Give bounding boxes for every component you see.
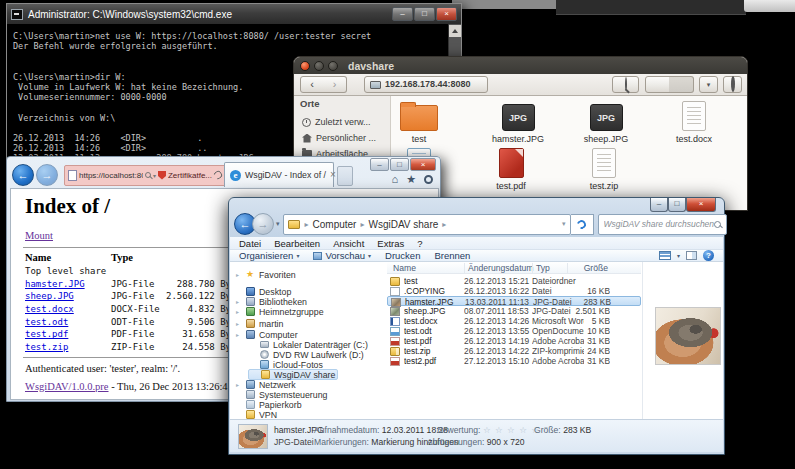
toolbar-organisieren-button[interactable]: Organisieren [239,250,299,261]
back-button[interactable] [300,76,324,93]
file-row-hamster.JPG[interactable]: hamster.JPG13.03.2011 11:13JPG-Datei283 … [387,296,641,306]
file-link[interactable]: test.zip [25,342,68,352]
toolbar-brennen-button[interactable]: Brennen [434,250,470,261]
favorites-icon[interactable] [406,173,416,186]
change-view-icon[interactable] [659,251,671,260]
close-button[interactable] [410,158,436,171]
footer: WsgiDAV/1.0.0.pre - Thu, 26 Dec 2013 13:… [25,381,259,392]
forward-button[interactable] [323,76,347,93]
size-label: Größe: [534,425,561,435]
minimize-button[interactable] [392,7,413,21]
tools-gear-icon[interactable] [424,175,433,184]
file-item-test.pdf[interactable]: test.pdf [471,148,551,191]
file-link[interactable]: hamster.JPG [25,279,85,289]
toolbar-drucken-button[interactable]: Drucken [385,250,420,261]
browser-tab[interactable]: WsgiDAV - Index of / [224,162,334,187]
breadcrumb-item-WsgiDAV share[interactable]: WsgiDAV share [367,219,439,230]
forward-button[interactable] [252,213,274,235]
jpg-icon: JPG [590,104,623,131]
search-box[interactable]: WsgiDAV share durchsuchen [598,214,728,235]
sidebar-item-martin[interactable]: martin [234,318,285,329]
file-row-.COPYING[interactable]: .COPYING26.12.2013 16:22Datei16 KB [387,286,641,296]
chevron-down-icon[interactable] [677,252,680,259]
file-link[interactable]: test.pdf [25,329,68,339]
refresh-icon[interactable] [212,169,223,180]
forward-button[interactable] [36,164,58,186]
back-button[interactable] [12,164,34,186]
tab-close-icon[interactable] [330,170,336,180]
close-button[interactable] [436,7,457,21]
recent-pages-icon[interactable] [276,220,280,228]
certificate-error-icon[interactable] [158,171,166,180]
file-row-test.zip[interactable]: test.zip26.12.2013 14:22ZIP-komprimierte… [387,346,641,356]
maximize-button[interactable] [668,198,686,212]
search-button[interactable] [612,76,639,93]
expander-icon[interactable] [236,331,242,338]
maximize-button[interactable] [328,61,338,71]
refresh-button[interactable] [571,214,594,235]
sidebar-item-VPN[interactable]: VPN [234,409,279,419]
file-item-sheep.JPG[interactable]: JPGsheep.JPG [566,101,646,144]
minimize-button[interactable] [370,158,389,171]
rating-stars[interactable]: ☆ ☆ ☆ ☆ ☆ [483,425,540,435]
cmd-titlebar[interactable]: Administrator: C:\Windows\system32\cmd.e… [7,4,461,24]
close-button[interactable] [300,61,310,71]
file-link[interactable]: sheep.JPG [25,291,74,301]
search-icon[interactable] [145,172,151,178]
maximize-button[interactable] [390,158,409,171]
preview-icon [313,252,322,260]
toolbar-vorschau-button[interactable]: Vorschau [313,250,371,261]
sidebar-item-Heimnetzgruppe[interactable]: Heimnetzgruppe [234,306,326,317]
view-options-button[interactable] [699,76,718,93]
minimize-button[interactable] [650,198,668,212]
sidebar-label: martin [259,319,283,329]
menu-item-Bearbeiten[interactable]: Bearbeiten [274,238,320,249]
file-item-hamster.JPG[interactable]: JPGhamster.JPG [478,101,558,144]
address-button[interactable]: 192.168.178.44:8080 [364,76,488,93]
file-row-sheep.JPG[interactable]: sheep.JPG08.07.2011 18:53JPG-Datei2.501 … [387,306,641,316]
file-row-test.odt[interactable]: test.odt26.12.2013 13:55OpenDocument T..… [387,326,641,336]
maximize-button[interactable] [414,7,435,21]
file-name: test.odt [404,326,462,336]
menu-item-Extras[interactable]: Extras [377,238,404,249]
file-item-test.zip[interactable]: test.zip [564,148,644,191]
minimize-button[interactable] [314,61,324,71]
home-icon[interactable] [391,173,398,186]
file-row-test2.pdf[interactable]: test2.pdf27.12.2013 15:10Adobe Acrobat D… [387,356,641,366]
wsgidav-version-link[interactable]: WsgiDAV/1.0.0.pre [25,381,109,392]
menu-item-?[interactable]: ? [417,238,422,249]
expander-icon[interactable] [236,381,242,388]
url-text[interactable]: https://localhost:8080/ [79,171,143,180]
expander-icon[interactable] [236,298,242,305]
help-icon[interactable] [703,250,714,261]
certificate-error-text[interactable]: Zertifikatfe... [168,171,212,180]
address-dropdown-icon[interactable] [562,220,566,228]
new-tab-button[interactable] [337,166,353,186]
chevron-down-icon[interactable] [153,172,156,179]
mount-link[interactable]: Mount [25,230,53,241]
breadcrumb-item-Computer[interactable]: Computer [312,219,358,230]
breadcrumb[interactable]: ComputerWsgiDAV share [283,214,571,235]
file-row-test[interactable]: test26.12.2013 15:21Dateiordner [387,276,641,286]
settings-button[interactable] [723,76,742,93]
close-button[interactable] [686,198,716,212]
scroll-up-icon[interactable] [449,25,461,37]
file-link[interactable]: test.docx [25,304,74,314]
address-bar[interactable]: https://localhost:8080/ Zertifikatfe... [64,165,226,186]
list-view-button[interactable] [645,76,670,93]
file-item-test[interactable]: test [379,101,459,144]
menu-item-Datei[interactable]: Datei [239,238,261,249]
file-row-test.pdf[interactable]: test.pdf26.12.2013 14:19Adobe Acrobat D.… [387,336,641,346]
preview-pane-toggle-icon[interactable] [686,251,697,260]
sidebar-item-Favoriten[interactable]: Favoriten [234,269,298,280]
nautilus-titlebar[interactable]: davshare [294,57,747,74]
grid-view-button[interactable] [669,76,694,93]
menu-item-Ansicht[interactable]: Ansicht [333,238,364,249]
file-row-test.docx[interactable]: test.docx26.12.2013 14:26Microsoft Word … [387,316,641,326]
file-item-test.docx[interactable]: test.docx [654,101,734,144]
file-link[interactable]: test.odt [25,317,68,327]
expander-icon[interactable] [236,320,242,327]
expander-icon[interactable] [236,308,242,315]
user-icon [246,319,255,328]
expander-icon[interactable] [236,271,242,278]
